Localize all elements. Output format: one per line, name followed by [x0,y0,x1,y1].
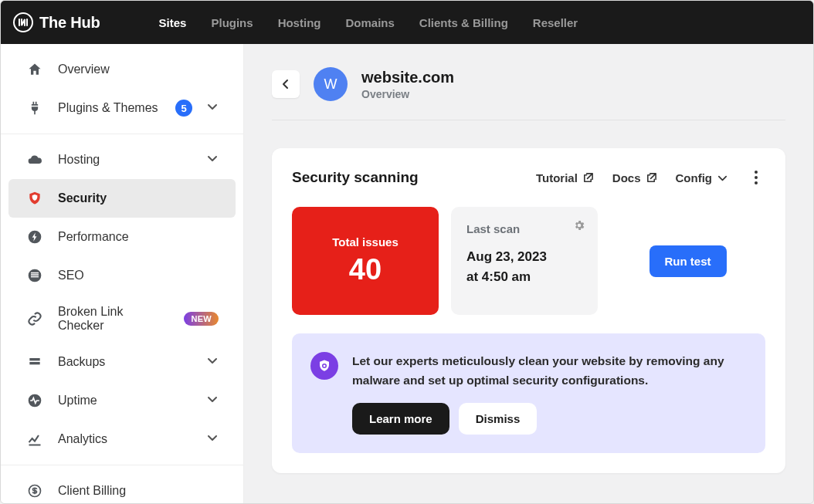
notice-actions: Learn more Dismiss [352,403,747,435]
shield-icon [25,189,44,208]
dismiss-button[interactable]: Dismiss [459,403,538,435]
shield-icon [317,359,331,373]
brand-name: The Hub [39,14,100,32]
stat-row: Total issues 40 Last scan Aug 23, 2023 a… [292,207,765,315]
sidebar-section: Client Billing [1,465,243,503]
chevron-down-icon [206,100,219,113]
sidebar: OverviewPlugins & Themes5 HostingSecurit… [1,44,244,503]
sidebar-item-label: Client Billing [58,484,219,498]
sidebar-item-security[interactable]: Security [8,179,236,218]
sidebar-item-hosting[interactable]: Hosting [8,140,236,179]
bars-icon [25,266,44,285]
heartbeat-icon [25,391,44,410]
sidebar-item-backups[interactable]: Backups [8,343,236,381]
last-scan-date: Aug 23, 2023 [466,249,582,265]
external-link-icon [582,172,594,184]
expand-toggle[interactable] [206,152,219,167]
link-label: Config [676,171,712,184]
total-issues-tile[interactable]: Total issues 40 [292,207,439,315]
sidebar-item-label: Analytics [58,432,192,446]
last-scan-settings-button[interactable] [573,219,585,235]
run-test-button[interactable]: Run test [650,245,727,277]
back-button[interactable] [272,70,300,98]
top-bar: The Hub SitesPluginsHostingDomainsClient… [1,1,813,44]
sidebar-item-performance[interactable]: Performance [8,218,236,256]
sidebar-item-client-billing[interactable]: Client Billing [8,472,236,503]
card-title: Security scanning [292,169,517,186]
svg-point-1 [29,269,42,282]
tutorial-link[interactable]: Tutorial [536,171,594,184]
config-dropdown[interactable]: Config [676,171,728,184]
sidebar-item-seo[interactable]: SEO [8,256,236,295]
sidebar-item-label: Hosting [58,153,192,167]
link-label: Tutorial [536,171,578,184]
expand-toggle[interactable] [206,431,219,447]
sidebar-item-label: Uptime [58,394,192,408]
sidebar-item-label: Broken Link Checker [58,305,170,333]
topnav-item-sites[interactable]: Sites [159,16,187,29]
run-test-tile: Run test [610,207,765,315]
svg-point-10 [755,176,758,179]
sidebar-item-label: Performance [58,230,219,244]
sidebar-item-overview[interactable]: Overview [8,50,236,89]
learn-more-button[interactable]: Learn more [352,403,449,435]
count-badge: 5 [175,100,192,117]
page-breadcrumb: Overview [361,88,454,100]
sidebar-item-label: SEO [58,269,219,282]
gear-icon [573,219,585,232]
sidebar-section: HostingSecurityPerformanceSEOBroken Link… [1,134,243,465]
shield-badge-icon [310,352,338,380]
security-scanning-card: Security scanning Tutorial Docs Config [272,148,785,473]
last-scan-tile: Last scan Aug 23, 2023 at 4:50 am [451,207,598,315]
brand-logo-icon [13,12,33,32]
expand-toggle[interactable] [206,354,219,370]
last-scan-time: at 4:50 am [466,269,582,285]
tile-label: Last scan [466,222,582,235]
brand[interactable]: The Hub [13,12,100,32]
svg-point-11 [755,181,758,184]
topnav-item-plugins[interactable]: Plugins [211,16,253,29]
site-avatar-initial: W [324,76,337,93]
notice-text: Let our experts meticulously clean your … [352,352,747,391]
sidebar-section: OverviewPlugins & Themes5 [1,44,243,134]
topnav-item-hosting[interactable]: Hosting [278,16,321,29]
more-menu-button[interactable] [747,168,765,187]
svg-rect-3 [31,272,39,274]
sidebar-item-label: Security [58,191,219,205]
card-header: Security scanning Tutorial Docs Config [292,168,765,187]
stack-icon [25,353,44,371]
dollar-icon [25,482,44,500]
sidebar-item-label: Backups [58,355,192,369]
topnav-item-reseller[interactable]: Reseller [533,16,578,29]
sidebar-item-label: Plugins & Themes [58,101,161,115]
docs-link[interactable]: Docs [612,171,657,184]
expand-toggle[interactable] [206,100,219,116]
link-label: Docs [612,171,641,184]
chevron-down-icon [206,431,219,444]
expert-help-notice: Let our experts meticulously clean your … [292,333,765,453]
site-avatar: W [314,67,348,101]
svg-rect-4 [31,276,39,278]
page-header: W website.com Overview [272,44,785,120]
sidebar-item-analytics[interactable]: Analytics [8,420,236,458]
chevron-down-icon [206,354,219,367]
expand-toggle[interactable] [206,393,219,408]
topnav-item-clients-billing[interactable]: Clients & Billing [419,16,508,29]
home-icon [25,60,44,79]
sidebar-item-broken-link[interactable]: Broken Link CheckerNEW [8,295,236,343]
bolt-icon [25,228,44,246]
page-title: website.com [361,69,454,86]
main-area: W website.com Overview Security scanning… [244,44,813,503]
sidebar-item-plugins-themes[interactable]: Plugins & Themes5 [8,89,236,127]
tile-value: 40 [349,253,382,286]
sidebar-item-uptime[interactable]: Uptime [8,381,236,420]
chevron-down-icon [717,172,728,184]
top-nav: SitesPluginsHostingDomainsClients & Bill… [159,16,578,29]
plug-icon [25,99,44,117]
svg-rect-5 [29,358,39,360]
svg-point-9 [755,171,758,174]
sidebar-item-label: Overview [58,63,219,76]
topnav-item-domains[interactable]: Domains [345,16,394,29]
chevron-down-icon [206,393,219,405]
chevron-down-icon [206,152,219,164]
